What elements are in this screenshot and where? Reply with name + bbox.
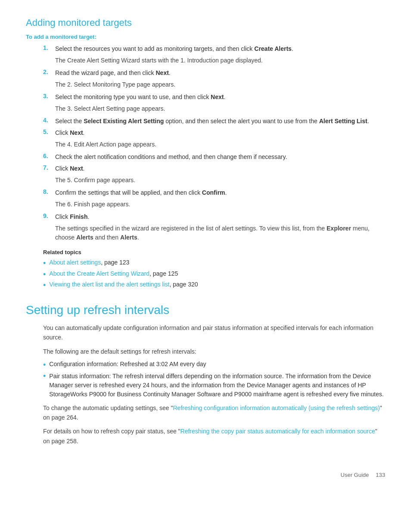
step-8-subtext: The 6. Finish page appears. [55,200,385,209]
step-1-text: Select the resources you want to add as … [55,44,293,53]
section-setting-up-refresh: Setting up refresh intervals You can aut… [26,303,385,446]
refresh-bullet-1-text: Configuration information: Refreshed at … [49,361,206,367]
related-link-2-text: About the Create Alert Setting Wizard, p… [49,270,178,277]
steps-list: 1. Select the resources you want to add … [43,44,385,53]
step-8-num: 8. [43,188,53,195]
step-2-subtext: The 2. Select Monitoring Type page appea… [55,80,385,89]
section2-para3: To change the automatic updating setting… [43,403,385,423]
step-4-num: 4. [43,117,53,124]
step-9-text: Click Finish. [55,212,89,221]
steps-list-4: 4. Select the Select Existing Alert Sett… [43,117,385,126]
step-1-subtext: The Create Alert Setting Wizard starts w… [55,56,385,65]
step-7-subtext: The 5. Confirm page appears. [55,176,385,185]
related-link-1-text: About alert settings, page 123 [49,259,129,266]
refresh-bullet-icon-2: • [43,372,46,381]
related-topics-title: Related topics [43,249,385,255]
step-7-num: 7. [43,164,53,171]
step-6: 6. Check the alert notification conditio… [43,152,385,162]
refresh-bullet-2-text: Pair status information: The refresh int… [49,372,385,399]
bullet-icon-3: • [43,281,46,290]
page-footer: User Guide 133 [26,472,385,478]
step-2: 2. Read the wizard page, and then click … [43,68,385,78]
step-2-text: Read the wizard page, and then click Nex… [55,68,171,78]
step-8-text: Confirm the settings that will be applie… [55,188,227,197]
step-5-subtext: The 4. Edit Alert Action page appears. [55,140,385,149]
step-3-num: 3. [43,93,53,100]
steps-list-2: 2. Read the wizard page, and then click … [43,68,385,78]
step-6-text: Check the alert notification conditions … [55,152,287,162]
bullet-icon-2: • [43,270,46,280]
refresh-bullets: • Configuration information: Refreshed a… [43,361,385,399]
section2-intro: You can automatically update configurati… [43,323,385,342]
section1-title: Adding monitored targets [26,17,385,28]
related-topics-list: • About alert settings, page 123 • About… [43,259,385,290]
step-3-subtext: The 3. Select Alert Setting page appears… [55,104,385,113]
step-7: 7. Click Next. [43,164,385,173]
step-3-text: Select the monitoring type you want to u… [55,93,225,102]
step-4: 4. Select the Select Existing Alert Sett… [43,117,385,126]
related-link-3-text: Viewing the alert list and the alert set… [49,281,198,288]
step-9-num: 9. [43,212,53,219]
section2-para2: The following are the default settings f… [43,347,385,356]
refresh-bullet-icon-1: • [43,361,46,370]
section2-para4: For details on how to refresh copy pair … [43,426,385,446]
steps-list-5: 5. Click Next. [43,128,385,137]
about-create-alert-link[interactable]: About the Create Alert Setting Wizard [49,270,149,277]
step-9: 9. Click Finish. [43,212,385,221]
bullet-icon-1: • [43,259,46,268]
refresh-bullet-2: • Pair status information: The refresh i… [43,372,385,399]
section-adding-monitored-targets: Adding monitored targets To add a monito… [26,17,385,290]
step-9-subtext: The settings specified in the wizard are… [55,224,385,242]
steps-list-7: 7. Click Next. [43,164,385,173]
related-link-3: • Viewing the alert list and the alert s… [43,281,385,290]
steps-list-3: 3. Select the monitoring type you want t… [43,93,385,102]
refresh-bullet-1: • Configuration information: Refreshed a… [43,361,385,370]
related-link-1: • About alert settings, page 123 [43,259,385,268]
about-alert-settings-link[interactable]: About alert settings [49,259,101,266]
section2-title: Setting up refresh intervals [26,303,385,317]
footer-label: User Guide [341,472,369,478]
step-1: 1. Select the resources you want to add … [43,44,385,53]
refreshing-copy-pair-link[interactable]: Refreshing the copy pair status automati… [181,428,375,435]
related-link-2: • About the Create Alert Setting Wizard,… [43,270,385,280]
step-1-num: 1. [43,44,53,51]
step-2-num: 2. [43,68,53,75]
step-6-num: 6. [43,152,53,159]
footer-page: 133 [376,472,385,478]
step-3: 3. Select the monitoring type you want t… [43,93,385,102]
step-7-text: Click Next. [55,164,84,173]
step-5-text: Click Next. [55,128,84,137]
step-8: 8. Confirm the settings that will be app… [43,188,385,197]
refreshing-config-link[interactable]: Refreshing configuration information aut… [173,404,380,411]
viewing-alert-list-link[interactable]: Viewing the alert list and the alert set… [49,281,169,288]
step-4-text: Select the Select Existing Alert Setting… [55,117,369,126]
section1-subtitle: To add a monitored target: [26,34,385,40]
steps-list-6: 6. Check the alert notification conditio… [43,152,385,162]
steps-list-9: 9. Click Finish. [43,212,385,221]
step-5-num: 5. [43,128,53,135]
steps-list-8: 8. Confirm the settings that will be app… [43,188,385,197]
step-5: 5. Click Next. [43,128,385,137]
